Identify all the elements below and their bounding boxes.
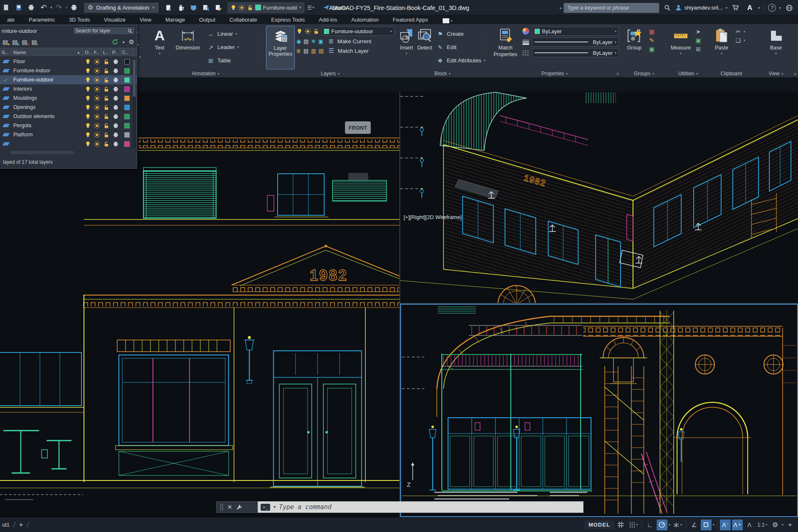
properties-dialog-launcher-icon[interactable]: ⇲ (616, 72, 619, 76)
ortho-toggle[interactable]: ∟ (645, 520, 655, 530)
annotation-scale-icon[interactable]: Λ (744, 520, 755, 530)
layer-on-icon[interactable] (83, 68, 92, 74)
layer-color-swatch[interactable] (121, 86, 133, 92)
layer-row-mouldings[interactable]: Mouldings (0, 94, 137, 103)
panel-label-properties[interactable]: Properties▾ ⇲ (489, 69, 621, 77)
layer-thaw-icon[interactable] (92, 113, 101, 120)
app-store-cart-icon[interactable] (730, 2, 741, 13)
viewport-divider-vertical[interactable] (399, 91, 400, 517)
layer-on-icon[interactable] (83, 132, 92, 138)
ribbon-tab-view[interactable]: View (133, 16, 158, 24)
panel-label-groups[interactable]: Groups▾ (621, 69, 667, 77)
panel-label-block[interactable]: Block▾ (397, 69, 488, 77)
doc-edit-icon[interactable] (213, 2, 224, 13)
recent-commands-caret-icon[interactable]: ▼ (273, 505, 276, 509)
layer-plot-icon[interactable] (111, 59, 121, 65)
layer-unlock-icon[interactable] (101, 86, 111, 92)
layer-on-icon[interactable] (83, 141, 92, 147)
layer-plot-icon[interactable] (111, 77, 121, 83)
ribbon-tab-visualize[interactable]: Visualize (97, 16, 133, 24)
layer-unlock-icon[interactable] (101, 77, 111, 83)
doc-search-icon[interactable] (201, 2, 212, 13)
copy-clip-tool[interactable]: ❏▾ (734, 37, 745, 44)
layout-tab[interactable]: ut1 (2, 522, 10, 528)
layer-on-icon[interactable] (83, 77, 92, 83)
grid-display-toggle[interactable] (616, 520, 626, 530)
layer-unlock-icon[interactable] (313, 28, 319, 34)
undo-icon[interactable]: ↶ (38, 2, 49, 13)
make-current-button[interactable]: ≣Make Current (326, 37, 373, 45)
layer-thaw-icon[interactable] (92, 77, 101, 83)
isometric-drafting-toggle[interactable]: ▾ (672, 520, 683, 530)
layer-col-name[interactable]: Name ▲ (12, 48, 83, 57)
settings-gear-icon[interactable]: ⚙ (129, 38, 134, 46)
osnap-caret-icon[interactable]: ▾ (713, 523, 714, 527)
layer-plot-icon[interactable] (111, 68, 121, 74)
autodesk-logo-icon[interactable]: A (744, 2, 755, 13)
layer-on-icon[interactable] (83, 123, 92, 129)
layer-col-f[interactable]: F.. (92, 48, 101, 57)
layer-unlock-icon[interactable] (101, 68, 111, 74)
plot-icon[interactable] (69, 2, 79, 13)
ribbon-tab-ate[interactable]: ate (0, 16, 22, 24)
linear-tool[interactable]: ↔Linear▾ (205, 28, 240, 39)
layer-color-swatch[interactable] (121, 77, 133, 83)
layer-row-platform[interactable]: Platform (0, 130, 137, 139)
select-all-icon[interactable]: ▣ (694, 37, 702, 44)
ribbon-tab-featured-apps[interactable]: Featured Apps (386, 16, 435, 24)
layer-row-furniture-indoor[interactable]: Furniture-indoor (0, 66, 137, 75)
ribbon-display-toggle[interactable]: ▾ (443, 18, 453, 24)
group-selectable-icon[interactable]: ▣ (648, 46, 656, 52)
polar-caret-icon[interactable]: ▾ (669, 523, 670, 527)
layer-color-swatch[interactable] (121, 123, 133, 128)
lineweight-dropdown[interactable]: ByLayer▾ (532, 37, 619, 47)
model-space-toggle[interactable]: MODEL (584, 520, 614, 529)
match-layer-button[interactable]: ☰Match Layer (326, 47, 370, 55)
layer-col-p[interactable]: P.. (111, 48, 121, 57)
new-layer-frozen-icon[interactable]: ▤❄ (12, 39, 17, 45)
annotation-visibility-toggle[interactable]: Λ° (720, 520, 731, 530)
layer-lock-icon[interactable]: ▣ (318, 38, 323, 44)
layer-state-icon[interactable]: ▥ (311, 48, 316, 54)
redo-icon[interactable]: ↷ (54, 2, 64, 13)
layer-color-swatch[interactable] (121, 68, 133, 74)
layer-on-icon[interactable] (83, 59, 92, 65)
layer-plot-icon[interactable] (111, 113, 121, 120)
layer-thaw-icon[interactable] (92, 141, 101, 147)
layer-row-floor[interactable]: Floor (0, 57, 137, 66)
ribbon-tab-output[interactable]: Output (192, 16, 222, 24)
layer-thaw-icon[interactable] (92, 132, 101, 138)
layer-thaw-icon[interactable] (92, 95, 101, 101)
create-tool[interactable]: ⚑Create (435, 28, 487, 39)
layer-color-swatch[interactable] (121, 96, 133, 101)
search-icon[interactable] (662, 2, 672, 13)
search-expand-icon[interactable]: ▸ (560, 6, 562, 10)
snap-mode-toggle[interactable]: ▾ (628, 520, 639, 530)
help-caret-icon[interactable]: ▾ (779, 6, 781, 10)
right-elevation-drawing[interactable]: Z (400, 304, 798, 517)
dimension-tool[interactable]: Dimension (172, 26, 204, 69)
layer-menu-icon[interactable]: ☰▾ (305, 2, 316, 13)
layer-freeze-icon[interactable]: ❄ (311, 38, 316, 44)
quick-select-icon[interactable]: ➤ (694, 28, 702, 35)
layer-thaw-icon[interactable] (92, 59, 101, 65)
viewport-3d-iso[interactable]: 1982 (400, 91, 798, 303)
ribbon-tab-collaborate[interactable]: Collaborate (222, 16, 264, 24)
text-tool[interactable]: A Text▾ (149, 26, 170, 69)
redo-caret-icon[interactable]: ▾ (66, 5, 68, 10)
sheet-set-icon[interactable] (163, 2, 174, 13)
insert-tool[interactable]: Insert▾ (398, 26, 415, 69)
layer-plot-icon[interactable] (111, 95, 121, 101)
layer-unlock-icon[interactable] (101, 123, 111, 129)
health-globe-icon[interactable] (784, 2, 795, 13)
annotation-scale-value[interactable]: 1:1▾ (756, 520, 768, 530)
layer-row-openings[interactable]: Openings (0, 103, 137, 112)
undo-caret-icon[interactable]: ▾ (50, 5, 52, 10)
layer-plot-icon[interactable] (111, 132, 121, 138)
delete-layer-icon[interactable]: ▤✕ (22, 39, 27, 45)
layer-unlock-icon[interactable] (101, 95, 111, 101)
front-view-tag[interactable]: FRONT (349, 125, 367, 131)
viewport-right-elevation[interactable]: Z (400, 304, 798, 517)
layer-off-icon[interactable]: ◉ (296, 38, 301, 44)
layer-unlock-icon[interactable] (101, 132, 111, 138)
